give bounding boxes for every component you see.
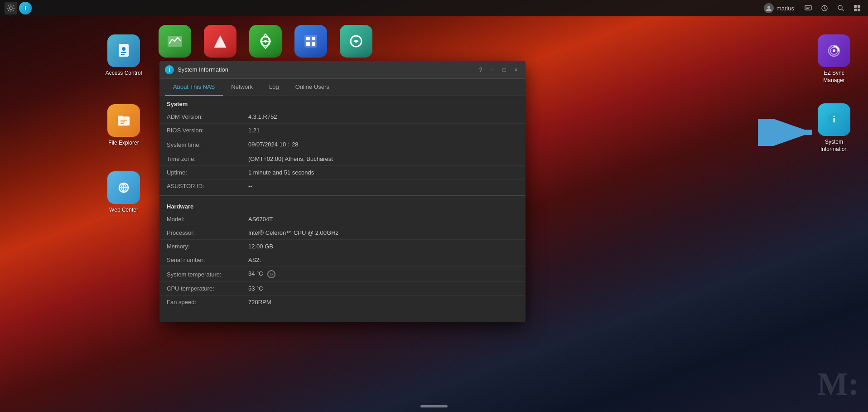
file-explorer-label: File Explorer <box>108 140 139 147</box>
system-information-window: i System Information ? − □ × About This … <box>159 61 526 322</box>
section-divider <box>159 195 526 196</box>
taskbar-search-btn[interactable] <box>834 2 847 15</box>
fan-speed-label: Fan speed: <box>159 296 241 309</box>
username-label: marius <box>776 5 794 12</box>
app-icon-2[interactable] <box>204 25 236 58</box>
svg-rect-5 <box>854 5 857 8</box>
window-close-btn[interactable]: × <box>512 66 520 74</box>
taskbar-clock-btn[interactable] <box>818 2 831 15</box>
user-avatar <box>764 3 774 13</box>
taskbar-left: i <box>5 2 32 15</box>
svg-rect-6 <box>858 5 860 8</box>
window-content: System ADM Version: 4.3.1.R752 BIOS Vers… <box>159 96 526 322</box>
refresh-icon[interactable]: ↻ <box>267 270 275 278</box>
cpu-temp-label: CPU temperature: <box>159 282 241 296</box>
taskbar: i marius <box>0 0 868 16</box>
app-icon-3[interactable] <box>249 25 282 58</box>
window-minimize-btn[interactable]: − <box>488 66 497 74</box>
svg-point-1 <box>767 6 770 9</box>
svg-point-0 <box>10 7 12 10</box>
svg-rect-15 <box>312 37 315 40</box>
window-title-icon: i <box>165 65 174 74</box>
svg-rect-8 <box>858 9 860 11</box>
desktop-icon-access-control[interactable]: Access Control <box>103 34 144 77</box>
user-info: marius <box>764 3 794 13</box>
svg-rect-16 <box>306 42 310 46</box>
window-controls: ? − □ × <box>477 66 520 74</box>
desktop-icon-file-explorer[interactable]: File Explorer <box>103 104 144 147</box>
desktop-icon-ez-sync[interactable]: EZ Sync Manager <box>814 34 854 84</box>
adm-version-label: ADM Version: <box>159 110 241 124</box>
processor-label: Processor: <box>159 226 241 240</box>
uptime-value: 1 minute and 51 seconds <box>241 166 526 179</box>
access-control-label: Access Control <box>106 70 142 77</box>
app-icon-5[interactable] <box>340 25 372 58</box>
desktop-icon-web-center[interactable]: Web Center <box>103 171 144 214</box>
asustor-id-label: ASUSTOR ID: <box>159 179 241 193</box>
timezone-value: (GMT+02:00) Athens, Bucharest <box>241 152 526 166</box>
taskbar-settings-icon[interactable] <box>5 2 17 15</box>
web-center-icon-img <box>107 171 140 204</box>
window-tabs: About This NAS Network Log Online Users <box>159 79 526 96</box>
bios-version-label: BIOS Version: <box>159 124 241 137</box>
table-row: System time: 09/07/2024 10：28 <box>159 137 526 152</box>
svg-rect-17 <box>312 42 315 46</box>
table-row: Time zone: (GMT+02:00) Athens, Bucharest <box>159 152 526 166</box>
svg-rect-13 <box>304 35 317 48</box>
memory-value: 12.00 GB <box>241 240 526 253</box>
cpu-temp-value: 53 °C <box>241 282 526 296</box>
svg-point-20 <box>122 47 125 51</box>
taskbar-info-icon[interactable]: i <box>19 2 32 15</box>
tab-online-users[interactable]: Online Users <box>287 79 338 96</box>
svg-rect-24 <box>118 116 123 118</box>
table-row: ASUSTOR ID: -- <box>159 179 526 193</box>
window-maximize-btn[interactable]: □ <box>500 66 508 74</box>
model-value: AS6704T <box>241 213 526 226</box>
app-icon-4[interactable] <box>294 25 327 58</box>
top-app-icons <box>159 25 777 58</box>
app-icon-1[interactable] <box>159 25 191 58</box>
sys-temp-value: 34 °C ↻ <box>241 267 526 282</box>
watermark: M: <box>817 365 859 403</box>
window-title: System Information <box>178 66 473 73</box>
window-help-btn[interactable]: ? <box>477 66 485 74</box>
svg-rect-21 <box>121 52 126 53</box>
serial-number-label: Serial number: <box>159 253 241 267</box>
timezone-label: Time zone: <box>159 152 241 166</box>
taskbar-divider <box>798 4 798 12</box>
model-label: Model: <box>159 213 241 226</box>
tab-network[interactable]: Network <box>223 79 261 96</box>
table-row: ADM Version: 4.3.1.R752 <box>159 110 526 124</box>
table-row: Fan speed: 728RPM <box>159 296 526 309</box>
taskbar-messages-btn[interactable] <box>802 2 815 15</box>
system-time-value: 09/07/2024 10：28 <box>241 137 526 152</box>
tab-log[interactable]: Log <box>261 79 287 96</box>
table-row: CPU temperature: 53 °C <box>159 282 526 296</box>
table-row: System temperature: 34 °C ↻ <box>159 267 526 282</box>
sys-info-icon-img: i <box>818 103 850 136</box>
memory-label: Memory: <box>159 240 241 253</box>
taskbar-right: marius <box>764 2 863 15</box>
adm-version-value: 4.3.1.R752 <box>241 110 526 124</box>
processor-value: Intel® Celeron™ CPU @ 2.00GHz <box>241 226 526 240</box>
hardware-info-table: Model: AS6704T Processor: Intel® Celeron… <box>159 213 526 309</box>
taskbar-bottom-indicator <box>420 405 448 407</box>
fan-speed-value: 728RPM <box>241 296 526 309</box>
desktop-icon-system-info[interactable]: i System Information <box>814 103 854 153</box>
table-row: Uptime: 1 minute and 51 seconds <box>159 166 526 179</box>
system-section-header: System <box>159 96 526 110</box>
svg-rect-2 <box>805 5 811 10</box>
taskbar-grid-btn[interactable] <box>851 2 863 15</box>
table-row: Memory: 12.00 GB <box>159 240 526 253</box>
table-row: BIOS Version: 1.21 <box>159 124 526 137</box>
access-control-icon-img <box>107 34 140 67</box>
asustor-id-value: -- <box>241 179 526 193</box>
arrow-to-sys-info <box>756 119 819 146</box>
tab-about-this-nas[interactable]: About This NAS <box>165 79 223 96</box>
serial-number-value: AS2: <box>241 253 526 267</box>
uptime-label: Uptime: <box>159 166 241 179</box>
svg-rect-14 <box>306 37 310 40</box>
svg-rect-22 <box>121 54 125 55</box>
window-titlebar: i System Information ? − □ × <box>159 61 526 79</box>
table-row: Model: AS6704T <box>159 213 526 226</box>
